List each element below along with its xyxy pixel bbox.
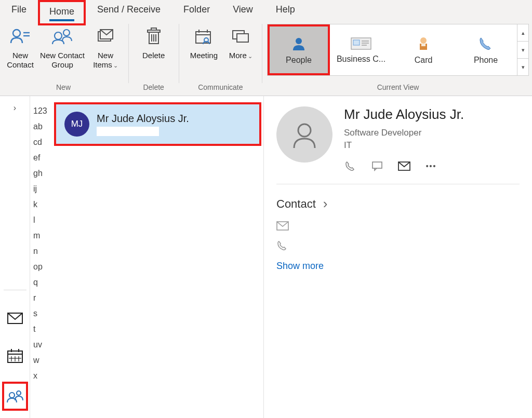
view-card-label: Card (415, 56, 433, 65)
calendar-icon (7, 348, 23, 363)
meeting-button[interactable]: Meeting (183, 21, 224, 81)
people-icon (6, 389, 24, 403)
ribbon-group-delete: Delete Delete (130, 21, 177, 96)
detail-header: Mr Jude Aloysius Jr. Software Developer … (276, 106, 520, 172)
contact-initials: MJ (71, 119, 83, 129)
alpha-m[interactable]: m (30, 228, 52, 244)
alpha-w[interactable]: w (30, 353, 52, 368)
calendar-meeting-icon (194, 24, 214, 49)
tab-view[interactable]: View (221, 0, 264, 21)
ribbon-group-communicate-label: Communicate (198, 81, 243, 93)
mail-icon (7, 313, 23, 324)
ellipsis-icon: ••• (426, 162, 437, 170)
tab-file[interactable]: File (0, 0, 38, 21)
nav-calendar[interactable] (4, 344, 26, 367)
action-chat[interactable] (371, 160, 383, 172)
business-card-icon (350, 36, 372, 51)
view-card[interactable]: Card (392, 24, 455, 75)
new-items-button[interactable]: New Items⌄ (87, 21, 124, 81)
tab-help[interactable]: Help (264, 0, 307, 21)
nav-mail[interactable] (4, 307, 26, 330)
contact-name-block: Mr Jude Aloysius Jr. (97, 113, 189, 136)
action-row: ••• (344, 160, 464, 172)
svg-point-38 (9, 393, 15, 398)
new-contact-group-button[interactable]: New Contact Group (37, 21, 87, 81)
view-phone[interactable]: Phone (455, 24, 517, 75)
main-area: › (0, 96, 532, 418)
view-business-card[interactable]: Business C... (330, 24, 392, 75)
svg-point-4 (63, 30, 70, 36)
phone-outline-icon[interactable] (276, 240, 288, 251)
contact-section-header[interactable]: Contact › (276, 196, 520, 212)
gallery-scroll-up[interactable]: ▴ (517, 24, 528, 42)
trash-icon (145, 24, 163, 49)
alpha-l[interactable]: l (30, 212, 52, 228)
svg-point-26 (420, 37, 427, 44)
alpha-ab[interactable]: ab (30, 119, 52, 134)
new-items-label: New Items⌄ (89, 51, 122, 70)
chevron-down-icon: ⌄ (113, 62, 118, 69)
new-contact-button[interactable]: New Contact (3, 21, 37, 81)
chevron-right-icon: › (323, 196, 328, 212)
ribbon-separator (179, 24, 179, 83)
mail-outline-icon[interactable] (276, 221, 289, 231)
alpha-cd[interactable]: cd (30, 134, 52, 150)
gallery-scroll-down[interactable]: ▾ (517, 42, 528, 59)
alpha-n[interactable]: n (30, 244, 52, 259)
alpha-op[interactable]: op (30, 259, 52, 275)
alpha-uv[interactable]: uv (30, 337, 52, 353)
alpha-ef[interactable]: ef (30, 150, 52, 166)
contact-list: MJ Mr Jude Aloysius Jr. (52, 96, 264, 418)
alpha-123[interactable]: 123 (30, 103, 52, 119)
contact-sub-redacted (97, 127, 159, 136)
phone-outline-icon (344, 160, 356, 172)
contact-list-item[interactable]: MJ Mr Jude Aloysius Jr. (54, 102, 261, 146)
svg-point-0 (13, 30, 20, 37)
alpha-k[interactable]: k (30, 197, 52, 212)
more-label: More⌄ (229, 51, 252, 60)
svg-rect-12 (151, 28, 156, 30)
delete-button[interactable]: Delete (134, 21, 174, 81)
svg-rect-22 (353, 40, 360, 45)
view-phone-label: Phone (474, 56, 498, 65)
svg-rect-41 (373, 162, 382, 168)
show-more-link[interactable]: Show more (276, 261, 520, 272)
nav-divider (4, 290, 26, 290)
ribbon-group-current-view-label: Current View (377, 81, 419, 93)
alpha-q[interactable]: q (30, 275, 52, 290)
tab-folder[interactable]: Folder (172, 0, 221, 21)
view-gallery-scroll: ▴ ▾ ▾ (517, 24, 528, 75)
action-email[interactable] (398, 160, 410, 172)
alpha-s[interactable]: s (30, 306, 52, 321)
alpha-ij[interactable]: ij (30, 181, 52, 197)
svg-rect-19 (237, 34, 248, 42)
gallery-expand[interactable]: ▾ (517, 59, 528, 75)
detail-pane: Mr Jude Aloysius Jr. Software Developer … (264, 96, 532, 418)
new-items-icon (95, 24, 116, 49)
alpha-x[interactable]: x (30, 368, 52, 384)
alpha-index: 123 ab cd ef gh ij k l m n op q r s t uv… (30, 96, 52, 418)
alpha-t[interactable]: t (30, 321, 52, 337)
alpha-r[interactable]: r (30, 290, 52, 306)
alpha-gh[interactable]: gh (30, 166, 52, 181)
delete-label: Delete (142, 51, 165, 60)
svg-point-20 (296, 38, 302, 44)
more-button[interactable]: More⌄ (224, 21, 257, 81)
action-more[interactable]: ••• (425, 160, 437, 172)
ribbon-group-new-label: New (56, 81, 71, 93)
new-contact-icon (10, 24, 31, 49)
view-people-label: People (286, 56, 312, 65)
contact-method-icons (276, 221, 520, 251)
new-contact-group-label: New Contact Group (39, 51, 85, 70)
tab-send-receive[interactable]: Send / Receive (86, 0, 172, 21)
card-person-icon (415, 35, 432, 52)
tab-help-label: Help (276, 4, 295, 15)
nav-people[interactable] (2, 382, 28, 411)
detail-dept: IT (344, 140, 464, 151)
detail-avatar (276, 106, 332, 163)
expand-nav-icon[interactable]: › (14, 103, 16, 113)
action-call[interactable] (344, 160, 356, 172)
view-gallery: People Business C... (267, 24, 529, 76)
view-people[interactable]: People (268, 24, 330, 75)
menu-bar: File Home Send / Receive Folder View Hel… (0, 0, 532, 21)
